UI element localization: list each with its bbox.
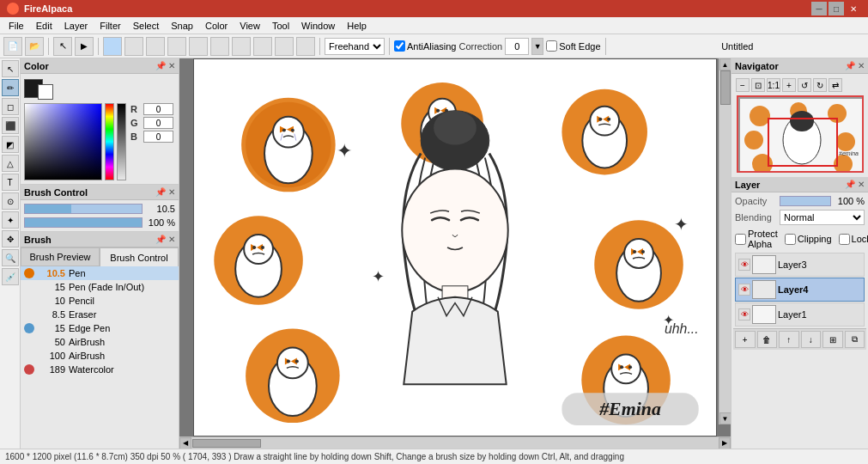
soft-edge-checkbox[interactable] <box>546 40 557 52</box>
tab-brush-preview[interactable]: Brush Preview <box>21 247 100 266</box>
layer3-visibility[interactable]: 👁 <box>738 259 750 271</box>
layer-duplicate-btn[interactable]: ⧉ <box>845 331 865 348</box>
toolbar-brush-mode1[interactable] <box>103 37 122 56</box>
menu-filter[interactable]: Filter <box>94 19 125 33</box>
maximize-button[interactable]: □ <box>829 2 844 15</box>
close-button[interactable]: ✕ <box>846 2 861 15</box>
layer-delete-btn[interactable]: 🗑 <box>757 331 778 348</box>
layer-close-btn[interactable]: ✕ <box>858 180 865 189</box>
color-gradient[interactable] <box>24 103 102 180</box>
h-scroll-thumb[interactable] <box>192 439 261 448</box>
scrollbar-up-btn[interactable]: ▲ <box>719 58 731 70</box>
brush-item-airbrush-100[interactable]: 100 AirBrush <box>21 349 179 363</box>
tool-fill[interactable]: ⬛ <box>2 117 19 134</box>
color-close-btn[interactable]: ✕ <box>168 61 175 70</box>
background-color[interactable] <box>38 84 53 100</box>
brush-size-slider[interactable] <box>24 204 143 214</box>
brush-close-btn[interactable]: ✕ <box>168 235 175 244</box>
navigator-preview[interactable]: #emina <box>737 95 864 173</box>
layer-down-btn[interactable]: ↓ <box>801 331 822 348</box>
color-r-input[interactable] <box>143 103 173 115</box>
brush-opacity-slider[interactable] <box>24 217 143 228</box>
tool-eraser[interactable]: ◻ <box>2 98 19 115</box>
canvas-scroll-area[interactable]: ✦ ✦ ✦ ✦ <box>179 58 731 437</box>
tool-eyedrop[interactable]: 💉 <box>2 268 19 285</box>
opacity-slider[interactable] <box>780 196 831 206</box>
navigator-close-btn[interactable]: ✕ <box>858 61 865 70</box>
lock-label[interactable]: Lock <box>839 234 868 245</box>
flip-btn[interactable]: ⇄ <box>829 78 842 92</box>
toolbar-cursor[interactable]: ↖ <box>53 37 72 56</box>
brush-control-pin-btn[interactable]: 📌 <box>155 187 166 197</box>
correction-input[interactable] <box>505 38 529 55</box>
menu-file[interactable]: File <box>3 19 29 33</box>
layer-merge-btn[interactable]: ⊞ <box>822 331 843 348</box>
toolbar-brush-mode10[interactable] <box>296 37 315 56</box>
menu-view[interactable]: View <box>234 19 265 33</box>
vertical-scrollbar[interactable]: ▲ ▼ <box>719 58 731 424</box>
tool-select[interactable]: ↖ <box>2 60 19 77</box>
toolbar-brush-mode3[interactable] <box>146 37 165 56</box>
layer4-visibility[interactable]: 👁 <box>738 284 750 296</box>
tool-shape[interactable]: △ <box>2 155 19 172</box>
color-g-input[interactable] <box>143 117 173 129</box>
scrollbar-left-btn[interactable]: ◀ <box>179 437 191 449</box>
scrollbar-down-btn[interactable]: ▼ <box>719 412 731 424</box>
color-pin-btn[interactable]: 📌 <box>155 61 166 70</box>
tab-brush-control[interactable]: Brush Control <box>100 247 179 266</box>
clipping-label[interactable]: Clipping <box>785 234 832 245</box>
menu-layer[interactable]: Layer <box>59 19 94 33</box>
brush-item-pen[interactable]: 10.5 Pen <box>21 266 179 280</box>
clipping-checkbox[interactable] <box>785 234 796 245</box>
layer-add-btn[interactable]: + <box>735 331 756 348</box>
anti-aliasing-checkbox[interactable] <box>394 40 405 52</box>
blending-select[interactable]: Normal Multiply Screen <box>780 210 865 225</box>
zoom-out-btn[interactable]: − <box>736 78 750 92</box>
menu-edit[interactable]: Edit <box>31 19 58 33</box>
menu-color[interactable]: Color <box>200 19 233 33</box>
toolbar-new[interactable]: 📄 <box>3 37 22 56</box>
layer-item-layer4[interactable]: 👁 Layer4 <box>735 278 865 302</box>
layer-item-layer3[interactable]: 👁 Layer3 <box>735 253 865 277</box>
toolbar-freehand-select[interactable]: Freehand <box>325 38 385 55</box>
menu-window[interactable]: Window <box>296 19 340 33</box>
brush-item-airbrush-50[interactable]: 50 AirBrush <box>21 335 179 349</box>
lock-checkbox[interactable] <box>839 234 850 245</box>
color-alpha-slider[interactable] <box>117 103 126 180</box>
rotate-left-btn[interactable]: ↺ <box>798 78 811 92</box>
tool-move[interactable]: ✥ <box>2 230 19 247</box>
brush-pin-btn[interactable]: 📌 <box>155 235 166 244</box>
brush-item-watercolor[interactable]: 189 Watercolor <box>21 363 179 376</box>
toolbar-brush-mode8[interactable] <box>253 37 272 56</box>
tool-brush[interactable]: ✏ <box>2 79 19 96</box>
toolbar-play[interactable]: ▶ <box>75 37 94 56</box>
tool-text[interactable]: T <box>2 174 19 191</box>
brush-item-edge-pen[interactable]: 15 Edge Pen <box>21 321 179 335</box>
brush-item-eraser[interactable]: 8.5 Eraser <box>21 308 179 321</box>
zoom-actual-btn[interactable]: 1:1 <box>767 78 780 92</box>
brush-item-pen-fade[interactable]: 15 Pen (Fade In/Out) <box>21 280 179 294</box>
brush-control-close-btn[interactable]: ✕ <box>168 187 175 197</box>
rotate-right-btn[interactable]: ↻ <box>813 78 827 92</box>
protect-alpha-label[interactable]: Protect Alpha <box>735 229 778 249</box>
v-scroll-thumb[interactable] <box>720 70 731 105</box>
toolbar-open[interactable]: 📂 <box>25 37 44 56</box>
protect-alpha-checkbox[interactable] <box>735 234 746 245</box>
menu-tool[interactable]: Tool <box>267 19 294 33</box>
zoom-in-btn[interactable]: + <box>782 78 796 92</box>
toolbar-brush-mode7[interactable] <box>232 37 251 56</box>
layer1-visibility[interactable]: 👁 <box>738 308 750 321</box>
layer-pin-btn[interactable]: 📌 <box>845 180 855 189</box>
color-b-input[interactable] <box>143 131 173 143</box>
tool-gradient[interactable]: ◩ <box>2 136 19 153</box>
correction-arrow[interactable]: ▼ <box>531 38 543 55</box>
tool-magic[interactable]: ✦ <box>2 211 19 229</box>
scrollbar-right-btn[interactable]: ▶ <box>719 437 731 449</box>
toolbar-brush-mode2[interactable] <box>124 37 143 56</box>
tool-zoom[interactable]: 🔍 <box>2 249 19 266</box>
canvas[interactable]: ✦ ✦ ✦ ✦ <box>193 58 717 437</box>
menu-select[interactable]: Select <box>128 19 165 33</box>
zoom-fit-btn[interactable]: ⊡ <box>751 78 765 92</box>
toolbar-brush-mode9[interactable] <box>275 37 294 56</box>
toolbar-brush-mode6[interactable] <box>210 37 229 56</box>
